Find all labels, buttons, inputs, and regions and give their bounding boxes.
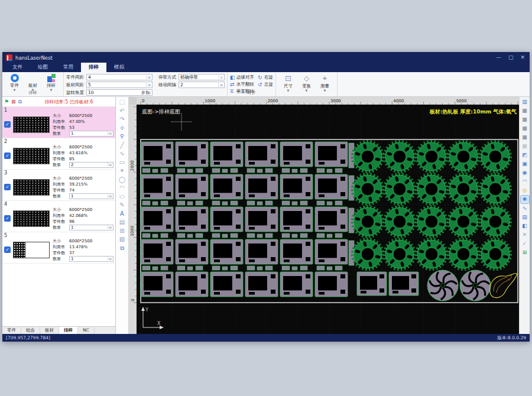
canvas-svg[interactable]: 0100020003000400050006000010002000底图->排样…	[129, 97, 519, 334]
save-view-icon[interactable]: ▥	[521, 98, 529, 106]
sphere-icon[interactable]: ◎	[521, 187, 529, 194]
quantity-input[interactable]: 2⊞	[69, 162, 113, 168]
quantity-input[interactable]: 1⊞	[69, 225, 113, 231]
grid-icon[interactable]: ⊞	[119, 228, 124, 234]
tab-文件[interactable]: 文件	[5, 63, 30, 72]
keypad-icon[interactable]: ⊞	[146, 83, 151, 87]
block1-icon[interactable]: ■	[521, 107, 529, 115]
select-icon[interactable]: ⬚	[119, 99, 125, 105]
preview-icon[interactable]: ◉	[521, 169, 529, 177]
copy-icon[interactable]: ⧉	[18, 99, 22, 105]
monitor-icon[interactable]: ▣	[521, 160, 529, 168]
板材-button[interactable]: 板材▼	[25, 74, 40, 91]
undo-icon[interactable]: ↶	[119, 108, 124, 114]
tab-常用[interactable]: 常用	[56, 63, 81, 72]
quantity-input[interactable]: 1⊞	[69, 256, 113, 262]
keypad-icon[interactable]: ⊞	[108, 257, 112, 261]
block2-icon[interactable]: ■	[521, 116, 529, 124]
field-parts: 零件数85	[53, 156, 113, 161]
layer-icon[interactable]: ⧉	[120, 245, 124, 251]
变换-button[interactable]: ⬦变换▼	[299, 74, 314, 92]
circle-icon[interactable]: ◯	[119, 176, 125, 183]
redo-icon[interactable]: ↷	[119, 116, 124, 122]
keypad-icon[interactable]: ⊞	[108, 225, 112, 229]
fit-icon[interactable]: ◩	[521, 151, 529, 159]
result-checkbox[interactable]: ✓	[4, 184, 11, 190]
rect-icon[interactable]: ▭	[119, 159, 125, 165]
result-checkbox[interactable]: ✓	[4, 246, 11, 253]
result-checkbox[interactable]: ✓	[4, 215, 11, 222]
sidebar-tab-组合[interactable]: 组合	[21, 327, 40, 334]
pan-icon[interactable]: ✛	[119, 125, 124, 131]
minimize-button[interactable]: —	[496, 55, 501, 60]
keypad-icon[interactable]: ⊞	[108, 163, 112, 167]
param-input-移动间隔[interactable]: 2⊞	[179, 82, 225, 88]
param-input-零件间距[interactable]: 4⊞	[86, 74, 153, 80]
table-icon[interactable]: ▤	[119, 219, 125, 225]
result-checkbox[interactable]: ✓	[4, 121, 11, 128]
block3-icon[interactable]: ■	[521, 125, 529, 132]
dropdown-arrow-icon[interactable]: ▼	[324, 89, 326, 92]
tab-排样[interactable]: 排样	[81, 63, 106, 72]
polyline-icon[interactable]: ∿	[119, 150, 124, 157]
delete-icon[interactable]: ⊠	[11, 99, 16, 105]
keypad-icon[interactable]: ⊞	[218, 83, 223, 87]
dropdown-arrow-icon[interactable]: ▼	[306, 89, 308, 92]
param-input-板材间距[interactable]: 5⊞	[86, 82, 153, 88]
nesting-canvas[interactable]: 0100020003000400050006000010002000底图->排样…	[129, 97, 519, 334]
sidebar-tab-排样[interactable]: 排样	[59, 327, 78, 334]
sidebar-tab-NC[interactable]: NC	[78, 327, 95, 334]
half-icon[interactable]: ◧	[521, 222, 529, 230]
check-small-icon[interactable]: ✓	[521, 240, 529, 248]
svg-text:X: X	[157, 321, 161, 326]
quantity-input[interactable]: 1⊞	[69, 193, 113, 199]
quantity-input[interactable]: 1⊞	[69, 131, 113, 137]
result-card-3[interactable]: 3✓大小6000*2500利用率39.215%零件数74数量1⊞	[2, 170, 115, 201]
line-icon[interactable]: ╱	[120, 142, 124, 148]
arc-icon[interactable]: ◠	[119, 184, 125, 191]
star-icon[interactable]: ✶	[119, 167, 124, 174]
zoom-icon[interactable]: ⚲	[120, 133, 124, 139]
右旋-button[interactable]: ↻右旋	[258, 74, 273, 80]
block5-icon[interactable]: ■	[521, 142, 529, 150]
keypad-icon[interactable]: ⊞	[108, 131, 112, 135]
field-size: 大小6000*2500	[53, 207, 113, 212]
run-icon[interactable]: ⚑	[4, 99, 9, 105]
测量-button[interactable]: ⌖测量▼	[317, 74, 332, 92]
chevron-down-icon[interactable]: ∨	[219, 75, 223, 79]
result-card-2[interactable]: 2✓大小6000*2500利用率43.616%零件数85数量2⊞	[2, 138, 115, 170]
边缘对齐-button[interactable]: ◧边缘对齐	[230, 74, 254, 80]
零件-button[interactable]: 零件▼	[7, 74, 22, 91]
param-input-停靠方式[interactable]: 精确停靠∨	[179, 74, 225, 80]
field-value: 42.068%	[69, 213, 87, 218]
排样-button[interactable]: 排样▼	[44, 74, 59, 91]
pen-icon[interactable]: ✎	[119, 202, 124, 208]
result-card-5[interactable]: 5✓大小6000*2500利用率13.478%零件数37数量1⊞	[2, 232, 115, 264]
dropdown-arrow-icon[interactable]: ▼	[287, 89, 290, 92]
result-checkbox[interactable]: ✓	[4, 152, 11, 159]
tab-绘图[interactable]: 绘图	[30, 63, 56, 72]
block4-icon[interactable]: ■	[521, 134, 529, 141]
maximize-button[interactable]: ▢	[508, 55, 514, 60]
ellipse-icon[interactable]: ⬭	[119, 193, 125, 200]
result-card-4[interactable]: 4✓大小6000*2500利用率42.068%零件数96数量1⊞	[2, 201, 115, 232]
field-value: 13.478%	[69, 245, 87, 249]
keypad-icon[interactable]: ⊞	[146, 75, 151, 79]
水平翻转-button[interactable]: ⇄水平翻转	[230, 81, 254, 87]
sidebar-tab-板材[interactable]: 板材	[40, 327, 59, 334]
close-button[interactable]: ✕	[520, 55, 525, 60]
wave-icon[interactable]: ∿	[521, 205, 529, 212]
keypad-icon[interactable]: ⊞	[108, 194, 112, 198]
close-small-icon[interactable]: ✕	[521, 231, 529, 239]
result-card-1[interactable]: 1✓大小6000*2500利用率47.00%零件数53数量1⊞	[2, 107, 115, 138]
settings-icon[interactable]: ✱	[521, 196, 529, 203]
orbit-icon[interactable]: ◠	[521, 178, 529, 186]
window1-icon[interactable]: ▤	[521, 213, 529, 221]
sidebar-tab-零件[interactable]: 零件	[2, 327, 21, 334]
text-icon[interactable]: A	[120, 210, 124, 217]
tab-模拟[interactable]: 模拟	[106, 63, 132, 72]
左旋-button[interactable]: ↺左旋	[258, 81, 273, 87]
尺寸-button[interactable]: ⊡尺寸▼	[281, 74, 296, 92]
nest-grid-icon[interactable]: ⊞	[521, 249, 529, 257]
hatch-icon[interactable]: ▧	[119, 236, 125, 242]
